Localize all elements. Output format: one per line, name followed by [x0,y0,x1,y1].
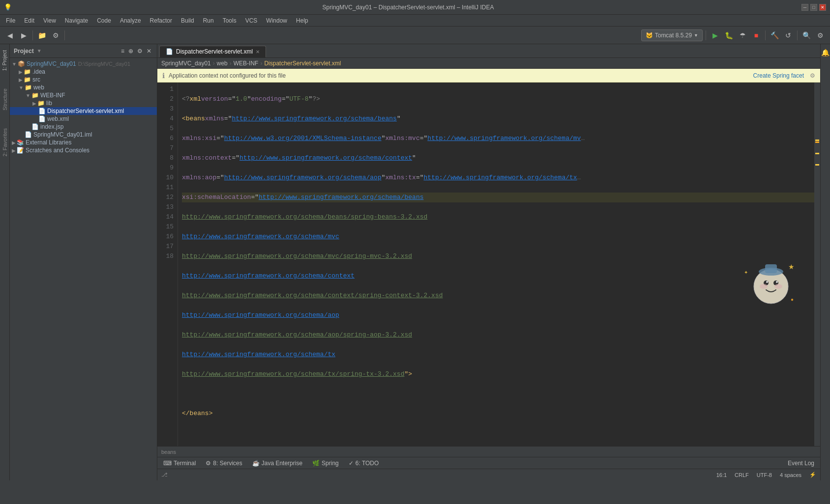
settings-button[interactable]: ⚙ [50,29,61,41]
tree-item-lib[interactable]: ▶ 📁 lib [10,99,157,107]
settings-sidebar-button[interactable]: ⚙ [136,47,144,55]
menu-view[interactable]: View [39,16,60,25]
settings-main-button[interactable]: ⚙ [814,29,826,41]
tree-item-web[interactable]: ▼ 📁 web [10,84,157,91]
menu-vcs[interactable]: VCS [241,16,262,25]
code-content: 12345 678910 1112131415 161718 <?xml ver… [157,83,820,446]
editor-tab-dispatcher[interactable]: 📄 DispatcherServlet-servlet.xml ✕ [159,46,266,57]
editor-tab-bar: 📄 DispatcherServlet-servlet.xml ✕ [157,44,820,58]
debug-button[interactable]: 🐛 [723,29,735,41]
tree-item-idea[interactable]: ▶ 📁 .idea [10,68,157,76]
minimize-button[interactable]: ─ [801,4,808,11]
menu-help[interactable]: Help [292,16,312,25]
tree-label-web: web [33,84,44,91]
bottom-tab-todo[interactable]: ✓ 6: TODO [345,459,383,468]
code-line-7: http://www.springframework.org/schema/be… [182,212,814,222]
power-save-icon: ⚡ [809,472,816,478]
project-dropdown-icon[interactable]: ▼ [37,48,42,54]
vtab-project[interactable]: 1: Project [1,46,8,75]
rebuild-button[interactable]: ↺ [782,29,794,41]
breadcrumb-springmvc[interactable]: SpringMVC_day01 [161,60,211,67]
menu-refactor[interactable]: Refactor [146,16,176,25]
menu-navigate[interactable]: Navigate [61,16,92,25]
stop-button[interactable]: ■ [750,29,762,41]
right-icon-strip: 🔔 [820,44,830,480]
tomcat-config-button[interactable]: 🐱 Tomcat 8.5.29 ▼ [641,29,703,41]
bottom-tab-java-enterprise[interactable]: ☕ Java Enterprise [248,459,306,468]
tree-item-webinf[interactable]: ▼ 📁 WEB-INF [10,91,157,99]
tree-item-webxml[interactable]: 📄 web.xml [10,115,157,123]
run-with-coverage-button[interactable]: ☂ [737,29,748,41]
encoding[interactable]: UTF-8 [755,472,774,478]
tomcat-dropdown-icon: ▼ [694,33,698,38]
bottom-tab-services[interactable]: ⚙ 8: Services [202,459,246,468]
code-line-16 [182,389,814,399]
menu-window[interactable]: Window [262,16,291,25]
svg-text:●: ● [791,297,794,302]
cursor-position[interactable]: 16:1 [714,472,729,478]
bottom-tab-spring-label: Spring [322,460,339,467]
line-ending[interactable]: CRLF [733,472,751,478]
vtab-structure[interactable]: Structure [1,84,9,114]
menu-tools[interactable]: Tools [219,16,240,25]
tree-label-lib: lib [46,100,52,107]
breadcrumb-web[interactable]: web [217,60,228,67]
code-line-13: http://www.springframework.org/schema/ao… [182,330,814,340]
tree-item-indexjsp[interactable]: 📄 index.jsp [10,123,157,131]
tree-item-iml[interactable]: 📄 SpringMVC_day01.iml [10,131,157,139]
tree-item-dispatcher-xml[interactable]: 📄 DispatcherServlet-servlet.xml [10,107,157,115]
git-icon: ⎇ [161,472,168,478]
forward-button[interactable]: ▶ [18,29,30,41]
tree-item-extlibs[interactable]: ▶ 📚 External Libraries [10,139,157,146]
collapse-all-button[interactable]: ≡ [119,47,126,55]
breadcrumb-file[interactable]: DispatcherServlet-servlet.xml [264,60,341,67]
tree-item-root[interactable]: ▼ 📦 SpringMVC_day01 D:\SpringMVC_day01 [10,60,157,68]
search-everywhere-button[interactable]: 🔍 [800,29,812,41]
bottom-tab-terminal[interactable]: ⌨ Terminal [159,459,200,468]
tree-item-scratches[interactable]: ▶ 📝 Scratches and Consoles [10,146,157,154]
app-icon: 💡 [4,3,12,11]
menu-analyze[interactable]: Analyze [116,16,145,25]
menu-build[interactable]: Build [177,16,198,25]
run-button[interactable]: ▶ [709,29,721,41]
bottom-tab-spring[interactable]: 🌿 Spring [308,459,343,468]
maximize-button[interactable]: □ [810,4,817,11]
notifications-button[interactable]: 🔔 [820,48,830,57]
indent-setting[interactable]: 4 spaces [778,472,803,478]
locate-file-button[interactable]: ⊕ [127,47,135,55]
menu-edit[interactable]: Edit [20,16,38,25]
build-button[interactable]: 🔨 [769,29,780,41]
project-structure-button[interactable]: 📁 [36,29,48,41]
code-body[interactable]: <?xml version="1.0" encoding="UTF-8"?> <… [178,83,814,446]
menu-code[interactable]: Code [93,16,115,25]
vtab-favorites[interactable]: 2: Favorites [1,124,9,160]
breadcrumb-sep2: › [230,60,232,67]
breadcrumb-webinf[interactable]: WEB-INF [234,60,259,67]
svg-point-6 [774,284,782,289]
project-icon: 📦 [18,60,25,67]
sidebar-header: Project ▼ ≡ ⊕ ⚙ ✕ [10,44,157,58]
todo-icon: ✓ [349,460,354,467]
toolbar-separator-5 [797,30,798,40]
tab-close-button[interactable]: ✕ [256,49,260,55]
back-button[interactable]: ◀ [4,29,16,41]
bottom-tab-services-label: 8: Services [213,460,242,467]
menu-file[interactable]: File [2,16,19,25]
code-editor[interactable]: 12345 678910 1112131415 161718 <?xml ver… [157,83,820,446]
menu-run[interactable]: Run [199,16,218,25]
breadcrumb: SpringMVC_day01 › web › WEB-INF › Dispat… [157,58,820,69]
tree-item-src[interactable]: ▶ 📁 src [10,76,157,84]
tree-expand-icon: ▶ [12,140,16,145]
tree-expand-icon: ▶ [32,101,36,106]
close-sidebar-button[interactable]: ✕ [145,47,153,55]
gutter-mark-3 [815,153,819,154]
bottom-tab-java-label: Java Enterprise [262,460,302,467]
bottom-tab-event-log[interactable]: Event Log [784,459,818,468]
beans-label: beans [161,449,176,455]
create-spring-facet-link[interactable]: Create Spring facet [753,72,804,79]
event-log-label: Event Log [788,460,814,467]
bottom-tab-todo-label: 6: TODO [356,460,379,467]
warning-settings-icon[interactable]: ⚙ [810,72,815,79]
tree-label-extlibs: External Libraries [26,139,71,146]
close-button[interactable]: ✕ [819,4,826,11]
